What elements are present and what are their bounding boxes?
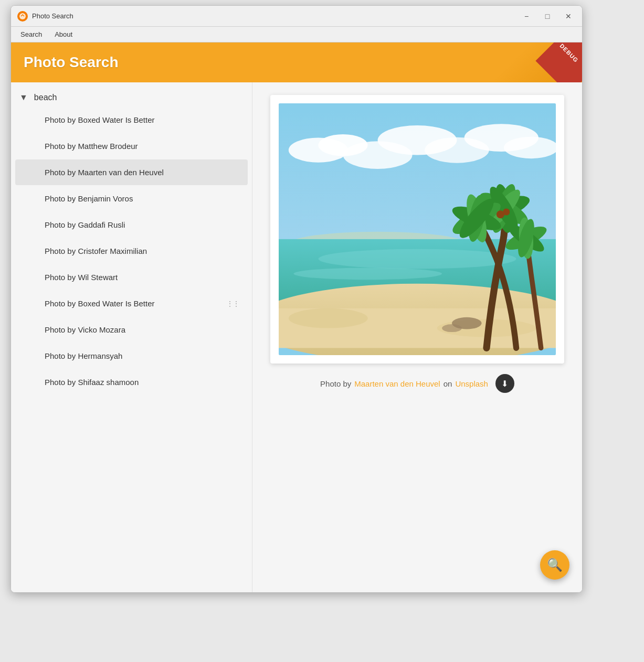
list-item[interactable]: Photo by Boxed Water Is Better ⋮⋮ xyxy=(15,291,248,316)
list-item[interactable]: Photo by Gaddafi Rusli xyxy=(15,212,248,238)
list-item[interactable]: Photo by Shifaaz shamoon xyxy=(15,369,248,395)
svg-point-8 xyxy=(504,137,556,158)
chevron-down-icon: ▼ xyxy=(19,93,28,102)
svg-point-11 xyxy=(318,249,516,269)
group-header[interactable]: ▼ beach xyxy=(11,89,252,106)
menu-search[interactable]: Search xyxy=(15,28,47,40)
list-item[interactable]: Photo by Maarten van den Heuvel xyxy=(15,159,248,185)
list-item[interactable]: Photo by Wil Stewart xyxy=(15,264,248,290)
svg-point-33 xyxy=(503,208,510,215)
close-button[interactable]: ✕ xyxy=(561,9,576,24)
search-fab-icon: 🔍 xyxy=(547,558,563,572)
photo-display xyxy=(279,103,556,355)
list-item[interactable]: Photo by Boxed Water Is Better xyxy=(15,107,248,133)
list-item[interactable]: Photo by Hermansyah xyxy=(15,343,248,369)
main-content: ▼ beach Photo by Boxed Water Is Better P… xyxy=(11,82,582,592)
photo-list: Photo by Boxed Water Is Better Photo by … xyxy=(11,107,252,395)
list-item[interactable]: Photo by Vicko Mozara xyxy=(15,317,248,343)
left-panel: ▼ beach Photo by Boxed Water Is Better P… xyxy=(11,82,252,592)
list-item[interactable]: Photo by Matthew Brodeur xyxy=(15,133,248,159)
scroll-indicator: ⋮⋮ xyxy=(227,300,239,307)
title-bar: Photo Search − □ ✕ xyxy=(11,6,582,27)
window-controls: − □ ✕ xyxy=(519,9,576,24)
svg-point-35 xyxy=(442,324,462,332)
photo-frame xyxy=(270,95,564,364)
app-header-title: Photo Search xyxy=(24,54,118,71)
credit-on: on xyxy=(444,379,452,388)
menu-bar: Search About xyxy=(11,27,582,42)
photo-credit: Photo by Maarten van den Heuvel on Unspl… xyxy=(320,374,514,393)
app-window: Photo Search − □ ✕ Search About Photo Se… xyxy=(10,5,583,593)
list-item[interactable]: Photo by Benjamin Voros xyxy=(15,186,248,211)
menu-about[interactable]: About xyxy=(49,28,78,40)
app-icon xyxy=(17,11,28,22)
credit-source-link[interactable]: Unsplash xyxy=(455,379,488,388)
credit-label: Photo by xyxy=(320,379,351,388)
search-fab-button[interactable]: 🔍 xyxy=(540,550,569,580)
maximize-button[interactable]: □ xyxy=(540,9,555,24)
minimize-button[interactable]: − xyxy=(519,9,534,24)
download-button[interactable]: ⬇ xyxy=(495,374,514,393)
credit-author-link[interactable]: Maarten van den Heuvel xyxy=(354,379,440,388)
download-icon: ⬇ xyxy=(501,379,508,389)
app-header: Photo Search DEBUG xyxy=(11,42,582,82)
window-title: Photo Search xyxy=(32,12,519,20)
right-panel: Photo by Maarten van den Heuvel on Unspl… xyxy=(252,82,582,592)
svg-point-12 xyxy=(293,268,442,280)
svg-point-15 xyxy=(289,308,368,328)
list-item[interactable]: Photo by Cristofer Maximilian xyxy=(15,238,248,264)
group-label: beach xyxy=(34,93,57,102)
svg-point-0 xyxy=(19,13,26,19)
